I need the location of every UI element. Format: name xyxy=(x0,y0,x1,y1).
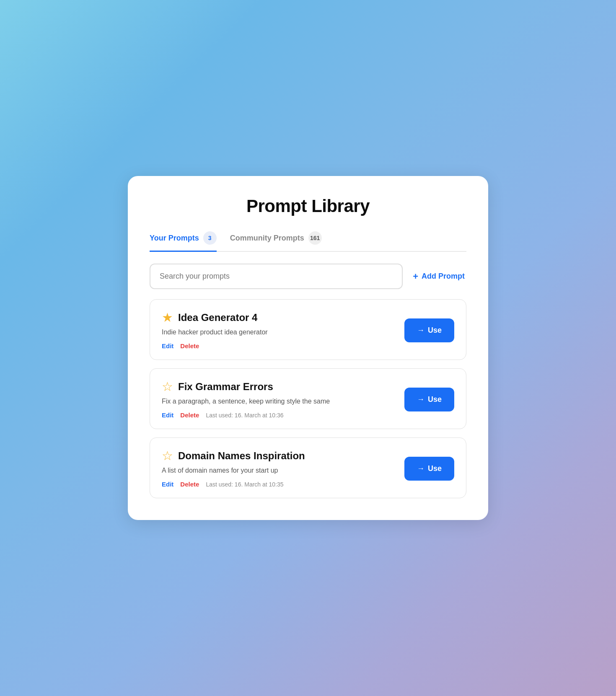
prompt-title-domain-names: Domain Names Inspiration xyxy=(178,450,305,462)
edit-button-idea-generator[interactable]: Edit xyxy=(162,342,173,349)
use-label-fix-grammar: Use xyxy=(428,395,442,404)
use-label-domain-names: Use xyxy=(428,464,442,473)
arrow-icon-idea-generator: → xyxy=(417,326,424,335)
delete-button-idea-generator[interactable]: Delete xyxy=(180,342,199,349)
main-card: Prompt Library Your Prompts 3 Community … xyxy=(128,176,488,520)
tab-community-prompts-label: Community Prompts xyxy=(230,234,304,243)
prompt-title-idea-generator: Idea Generator 4 xyxy=(178,312,257,323)
prompt-desc-domain-names: A list of domain names for your start up xyxy=(162,466,396,476)
arrow-icon-domain-names: → xyxy=(417,464,424,473)
prompt-actions-domain-names: Edit Delete Last used: 16. March at 10:3… xyxy=(162,481,396,488)
search-input[interactable] xyxy=(150,264,403,289)
tabs-row: Your Prompts 3 Community Prompts 161 xyxy=(150,231,466,252)
use-button-fix-grammar[interactable]: → Use xyxy=(404,388,454,411)
plus-icon: + xyxy=(413,271,418,282)
tab-your-prompts-label: Your Prompts xyxy=(150,234,199,243)
edit-button-domain-names[interactable]: Edit xyxy=(162,481,173,488)
prompt-card-domain-names: ☆ Domain Names Inspiration A list of dom… xyxy=(150,437,466,498)
arrow-icon-fix-grammar: → xyxy=(417,395,424,404)
last-used-domain-names: Last used: 16. March at 10:35 xyxy=(206,481,283,488)
prompt-card-fix-grammar: ☆ Fix Grammar Errors Fix a paragraph, a … xyxy=(150,368,466,429)
edit-button-fix-grammar[interactable]: Edit xyxy=(162,411,173,419)
prompt-title-row-fix-grammar: ☆ Fix Grammar Errors xyxy=(162,380,396,393)
prompt-title-row-domain-names: ☆ Domain Names Inspiration xyxy=(162,450,396,462)
prompt-desc-idea-generator: Indie hacker product idea generator xyxy=(162,327,396,337)
prompt-actions-fix-grammar: Edit Delete Last used: 16. March at 10:3… xyxy=(162,411,396,419)
search-row: + Add Prompt xyxy=(150,264,466,289)
use-label-idea-generator: Use xyxy=(428,326,442,335)
tab-community-prompts[interactable]: Community Prompts 161 xyxy=(230,231,322,252)
use-button-domain-names[interactable]: → Use xyxy=(404,457,454,481)
prompt-info-domain-names: ☆ Domain Names Inspiration A list of dom… xyxy=(162,450,396,488)
prompt-info-fix-grammar: ☆ Fix Grammar Errors Fix a paragraph, a … xyxy=(162,380,396,419)
add-prompt-label: Add Prompt xyxy=(422,272,465,281)
prompt-actions-idea-generator: Edit Delete xyxy=(162,342,396,349)
delete-button-domain-names[interactable]: Delete xyxy=(180,481,199,488)
prompt-title-fix-grammar: Fix Grammar Errors xyxy=(178,381,273,393)
add-prompt-button[interactable]: + Add Prompt xyxy=(411,271,466,282)
prompt-info-idea-generator: ★ Idea Generator 4 Indie hacker product … xyxy=(162,311,396,349)
tab-your-prompts-badge: 3 xyxy=(203,231,217,245)
star-empty-icon-domain-names[interactable]: ☆ xyxy=(162,450,173,462)
delete-button-fix-grammar[interactable]: Delete xyxy=(180,411,199,419)
tab-your-prompts[interactable]: Your Prompts 3 xyxy=(150,231,217,252)
use-button-idea-generator[interactable]: → Use xyxy=(404,318,454,342)
last-used-fix-grammar: Last used: 16. March at 10:36 xyxy=(206,412,283,419)
star-empty-icon-fix-grammar[interactable]: ☆ xyxy=(162,380,173,393)
prompt-card-idea-generator: ★ Idea Generator 4 Indie hacker product … xyxy=(150,299,466,360)
prompt-title-row: ★ Idea Generator 4 xyxy=(162,311,396,324)
prompt-desc-fix-grammar: Fix a paragraph, a sentence, keep writin… xyxy=(162,396,396,406)
star-filled-icon[interactable]: ★ xyxy=(162,311,173,324)
page-title: Prompt Library xyxy=(150,196,466,216)
tab-community-prompts-badge: 161 xyxy=(308,231,322,245)
